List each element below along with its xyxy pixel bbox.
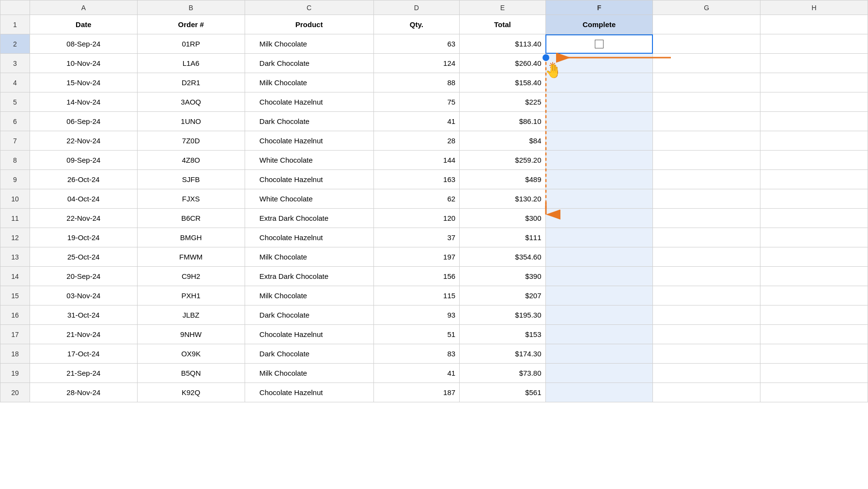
cell-date[interactable]: 31-Oct-24: [30, 306, 137, 325]
cell-product[interactable]: Chocolate Hazelnut: [245, 228, 373, 247]
cell-complete[interactable]: [545, 170, 653, 189]
cell-date[interactable]: 15-Nov-24: [30, 73, 137, 92]
cell-total[interactable]: $225: [460, 92, 545, 112]
col-header-f[interactable]: F: [545, 0, 653, 15]
cell-order[interactable]: B6CR: [137, 209, 245, 228]
cell-qty[interactable]: 51: [373, 325, 459, 344]
cell-product[interactable]: Dark Chocolate: [245, 54, 373, 73]
cell-g[interactable]: [653, 209, 760, 228]
cell-total[interactable]: $174.30: [460, 344, 545, 364]
col-header-g[interactable]: G: [653, 0, 760, 15]
cell-g[interactable]: [653, 112, 760, 131]
cell-date[interactable]: 22-Nov-24: [30, 209, 137, 228]
cell-qty[interactable]: 156: [373, 267, 459, 286]
cell-complete[interactable]: [545, 286, 653, 306]
cell-date[interactable]: 28-Nov-24: [30, 383, 137, 402]
cell-date[interactable]: 22-Nov-24: [30, 131, 137, 151]
cell-date[interactable]: 04-Oct-24: [30, 189, 137, 209]
cell-qty[interactable]: 144: [373, 151, 459, 170]
cell-g[interactable]: [653, 267, 760, 286]
cell-date[interactable]: 10-Nov-24: [30, 54, 137, 73]
cell-h[interactable]: [760, 131, 868, 151]
cell-product[interactable]: Milk Chocolate: [245, 73, 373, 92]
cell-total[interactable]: $158.40: [460, 73, 545, 92]
cell-order[interactable]: 3AOQ: [137, 92, 245, 112]
cell-g[interactable]: [653, 92, 760, 112]
cell-order[interactable]: 1UNO: [137, 112, 245, 131]
cell-order[interactable]: C9H2: [137, 267, 245, 286]
cell-order[interactable]: 7Z0D: [137, 131, 245, 151]
cell-h[interactable]: [760, 228, 868, 247]
cell-order[interactable]: JLBZ: [137, 306, 245, 325]
col-header-h[interactable]: H: [760, 0, 868, 15]
cell-date[interactable]: 21-Sep-24: [30, 364, 137, 383]
cell-h[interactable]: [760, 170, 868, 189]
cell-complete[interactable]: [545, 73, 653, 92]
cell-total[interactable]: $113.40: [460, 34, 545, 54]
cell-g[interactable]: [653, 170, 760, 189]
cell-h[interactable]: [760, 151, 868, 170]
cell-date[interactable]: 19-Oct-24: [30, 228, 137, 247]
cell-date[interactable]: 21-Nov-24: [30, 325, 137, 344]
cell-order[interactable]: D2R1: [137, 73, 245, 92]
cell-complete[interactable]: [545, 325, 653, 344]
col-header-e[interactable]: E: [460, 0, 545, 15]
cell-total[interactable]: $390: [460, 267, 545, 286]
cell-date[interactable]: 08-Sep-24: [30, 34, 137, 54]
cell-complete[interactable]: [545, 34, 653, 54]
cell-qty[interactable]: 41: [373, 112, 459, 131]
cell-date[interactable]: 20-Sep-24: [30, 267, 137, 286]
cell-g[interactable]: [653, 344, 760, 364]
cell-g[interactable]: [653, 286, 760, 306]
cell-total[interactable]: $73.80: [460, 364, 545, 383]
cell-product[interactable]: Milk Chocolate: [245, 286, 373, 306]
cell-order[interactable]: 4Z8O: [137, 151, 245, 170]
cell-g[interactable]: [653, 383, 760, 402]
cell-g[interactable]: [653, 131, 760, 151]
cell-qty[interactable]: 75: [373, 92, 459, 112]
cell-order[interactable]: FMWM: [137, 247, 245, 267]
cell-qty[interactable]: 124: [373, 54, 459, 73]
cell-h[interactable]: [760, 344, 868, 364]
cell-date[interactable]: 17-Oct-24: [30, 344, 137, 364]
cell-qty[interactable]: 163: [373, 170, 459, 189]
cell-total[interactable]: $84: [460, 131, 545, 151]
cell-product[interactable]: White Chocolate: [245, 189, 373, 209]
cell-qty[interactable]: 93: [373, 306, 459, 325]
cell-total[interactable]: $195.30: [460, 306, 545, 325]
cell-g[interactable]: [653, 364, 760, 383]
cell-g[interactable]: [653, 54, 760, 73]
cell-total[interactable]: $300: [460, 209, 545, 228]
cell-complete[interactable]: [545, 364, 653, 383]
cell-qty[interactable]: 115: [373, 286, 459, 306]
cell-date[interactable]: 03-Nov-24: [30, 286, 137, 306]
cell-product[interactable]: Dark Chocolate: [245, 344, 373, 364]
cell-h[interactable]: [760, 73, 868, 92]
cell-date[interactable]: 25-Oct-24: [30, 247, 137, 267]
cell-h[interactable]: [760, 54, 868, 73]
cell-total[interactable]: $86.10: [460, 112, 545, 131]
cell-complete[interactable]: [545, 306, 653, 325]
cell-total[interactable]: $354.60: [460, 247, 545, 267]
cell-order[interactable]: FJXS: [137, 189, 245, 209]
col-header-b[interactable]: B: [137, 0, 245, 15]
cell-order[interactable]: SJFB: [137, 170, 245, 189]
cell-g[interactable]: [653, 325, 760, 344]
cell-complete[interactable]: [545, 228, 653, 247]
cell-g[interactable]: [653, 151, 760, 170]
cell-product[interactable]: Chocolate Hazelnut: [245, 92, 373, 112]
cell-total[interactable]: $259.20: [460, 151, 545, 170]
cell-complete[interactable]: [545, 112, 653, 131]
col-header-d[interactable]: D: [373, 0, 459, 15]
cell-complete[interactable]: [545, 383, 653, 402]
cell-h[interactable]: [760, 92, 868, 112]
col-header-c[interactable]: C: [245, 0, 373, 15]
cell-order[interactable]: B5QN: [137, 364, 245, 383]
cell-product[interactable]: Dark Chocolate: [245, 112, 373, 131]
cell-product[interactable]: Chocolate Hazelnut: [245, 325, 373, 344]
cell-qty[interactable]: 63: [373, 34, 459, 54]
cell-date[interactable]: 09-Sep-24: [30, 151, 137, 170]
cell-g[interactable]: [653, 189, 760, 209]
cell-product[interactable]: Chocolate Hazelnut: [245, 383, 373, 402]
cell-date[interactable]: 14-Nov-24: [30, 92, 137, 112]
